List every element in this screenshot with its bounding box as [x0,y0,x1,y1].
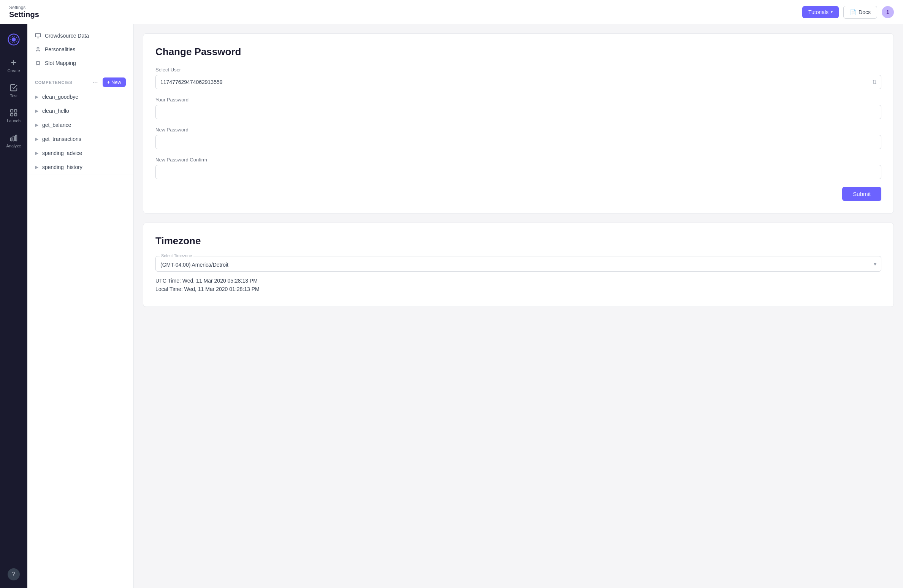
app-logo [6,32,21,47]
left-nav: Create Test Launch [0,24,27,588]
submit-row: Submit [155,187,881,201]
competencies-header: COMPETENCIES ··· + New [27,73,133,90]
sidebar-item-launch[interactable]: Launch [0,105,27,127]
competencies-more-button[interactable]: ··· [91,78,100,87]
sidebar-item-crowdsource-data[interactable]: Crowdsource Data [27,29,133,43]
chevron-right-icon: ▶ [35,122,38,128]
sidebar-item-analyze[interactable]: Analyze [0,130,27,152]
change-password-card: Change Password Select User 117477629474… [143,33,894,213]
chevron-down-icon: ▾ [831,10,833,14]
header-right: Tutorials ▾ 📄 Docs 1 [802,6,894,19]
svg-rect-3 [11,110,13,112]
nav-bottom: ? [8,568,20,580]
svg-point-13 [39,61,40,62]
new-password-label: New Password [155,127,881,133]
chevron-right-icon: ▶ [35,108,38,114]
timezone-select-label: Select Timezone [160,253,193,258]
local-time: Local Time: Wed, 11 Mar 2020 01:28:13 PM [155,286,881,292]
sidebar-item-slot-mapping[interactable]: Slot Mapping [27,56,133,70]
header-left: Settings Settings [9,5,39,19]
select-user-group: Select User 117477629474062913559 [155,67,881,89]
svg-point-15 [39,64,40,65]
slot-mapping-icon [35,60,41,66]
time-info: UTC Time: Wed, 11 Mar 2020 05:28:13 PM L… [155,278,881,292]
main-content: Change Password Select User 117477629474… [134,24,903,588]
select-user-dropdown[interactable]: 117477629474062913559 [155,75,881,89]
competency-item-clean-hello[interactable]: ▶ clean_hello [27,104,133,118]
utc-time: UTC Time: Wed, 11 Mar 2020 05:28:13 PM [155,278,881,284]
svg-rect-8 [13,136,14,141]
new-password-confirm-label: New Password Confirm [155,157,881,163]
page-title: Settings [9,10,39,19]
competency-item-get-transactions[interactable]: ▶ get_transactions [27,132,133,146]
sidebar: Crowdsource Data Personalities Slot Mapp… [27,24,134,588]
svg-rect-7 [11,138,12,141]
new-password-confirm-group: New Password Confirm [155,157,881,179]
competencies-label: COMPETENCIES [35,80,73,85]
docs-button[interactable]: 📄 Docs [843,6,877,19]
new-password-confirm-input[interactable] [155,165,881,179]
timezone-select-wrapper: Select Timezone (GMT-04:00) America/Detr… [155,256,881,272]
your-password-label: Your Password [155,97,881,103]
chevron-right-icon: ▶ [35,164,38,170]
chevron-right-icon: ▶ [35,136,38,142]
your-password-group: Your Password [155,97,881,119]
svg-rect-4 [14,110,17,112]
competency-item-spending-advice[interactable]: ▶ spending_advice [27,146,133,160]
timezone-title: Timezone [155,235,881,247]
chevron-right-icon: ▶ [35,94,38,100]
docs-icon: 📄 [850,9,856,15]
competencies-actions: ··· + New [91,77,126,87]
user-avatar[interactable]: 1 [882,6,894,18]
sidebar-item-create[interactable]: Create [0,55,27,77]
new-password-input[interactable] [155,135,881,149]
sidebar-item-test[interactable]: Test [0,80,27,102]
crowdsource-icon [35,33,41,39]
select-user-label: Select User [155,67,881,73]
submit-button[interactable]: Submit [842,187,881,201]
competency-item-spending-history[interactable]: ▶ spending_history [27,160,133,174]
svg-point-1 [12,38,16,42]
select-user-wrapper: 117477629474062913559 [155,75,881,89]
main-layout: Create Test Launch [0,24,903,588]
new-password-group: New Password [155,127,881,149]
svg-rect-5 [11,114,13,116]
top-header: Settings Settings Tutorials ▾ 📄 Docs 1 [0,0,903,24]
svg-point-14 [36,64,37,65]
timezone-select-dropdown[interactable]: (GMT-04:00) America/Detroit [160,259,876,268]
svg-point-12 [36,61,37,62]
new-competency-button[interactable]: + New [103,77,126,87]
chevron-right-icon: ▶ [35,150,38,156]
svg-rect-10 [35,33,40,37]
tutorials-button[interactable]: Tutorials ▾ [802,6,839,18]
your-password-input[interactable] [155,105,881,119]
change-password-title: Change Password [155,46,881,58]
breadcrumb: Settings [9,5,39,10]
svg-rect-9 [16,135,17,141]
help-button[interactable]: ? [8,568,20,580]
sidebar-item-personalities[interactable]: Personalities [27,43,133,56]
timezone-card: Timezone Select Timezone (GMT-04:00) Ame… [143,223,894,307]
competency-item-clean-goodbye[interactable]: ▶ clean_goodbye [27,90,133,104]
svg-point-11 [37,47,39,49]
personalities-icon [35,46,41,52]
svg-rect-6 [14,114,17,116]
competency-item-get-balance[interactable]: ▶ get_balance [27,118,133,132]
